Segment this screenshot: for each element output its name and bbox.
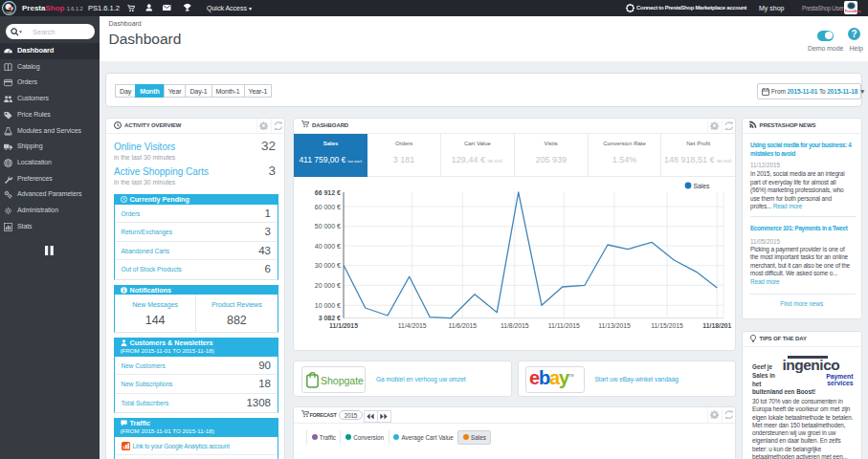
svg-text:11/15/2015: 11/15/2015 [651,322,683,329]
svg-text:20 000 €: 20 000 € [315,282,341,289]
svg-text:30 000 €: 30 000 € [315,262,341,269]
svg-text:11/6/2015: 11/6/2015 [448,322,477,329]
svg-text:Sales: Sales [694,183,711,189]
svg-text:11/18/201: 11/18/201 [702,322,731,329]
svg-text:11/11/2015: 11/11/2015 [548,322,580,329]
svg-text:11/8/2015: 11/8/2015 [501,322,529,329]
svg-text:11/1/2015: 11/1/2015 [329,322,358,329]
svg-text:10 000 €: 10 000 € [315,302,341,309]
svg-text:11/13/2015: 11/13/2015 [598,322,631,329]
svg-text:11/4/2015: 11/4/2015 [398,322,427,329]
svg-text:50 000 €: 50 000 € [315,223,341,230]
svg-text:66 912 €: 66 912 € [315,189,341,196]
svg-text:40 000 €: 40 000 € [315,243,341,250]
svg-text:3 082 €: 3 082 € [319,315,341,321]
svg-text:60 000 €: 60 000 € [315,204,341,210]
